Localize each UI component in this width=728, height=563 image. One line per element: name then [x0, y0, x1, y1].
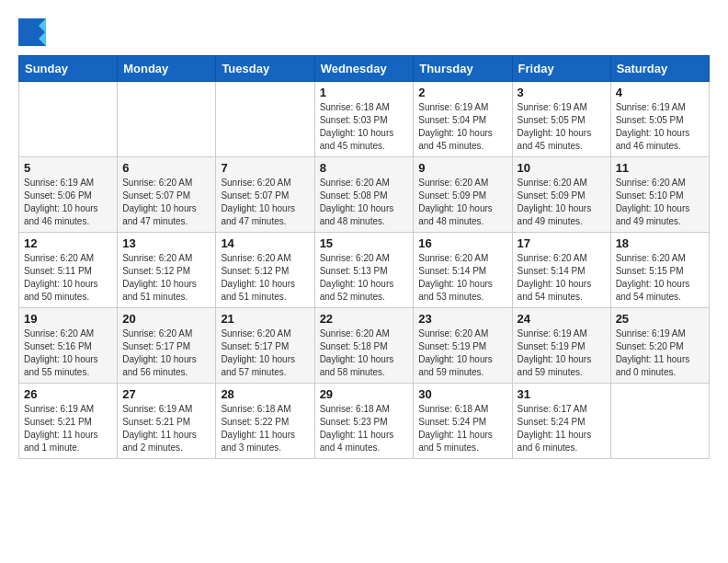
calendar-cell: 28Sunrise: 6:18 AM Sunset: 5:22 PM Dayli…	[216, 384, 314, 459]
day-number: 21	[221, 312, 309, 326]
day-info: Sunrise: 6:20 AM Sunset: 5:19 PM Dayligh…	[418, 327, 506, 379]
day-info: Sunrise: 6:17 AM Sunset: 5:24 PM Dayligh…	[518, 403, 606, 454]
calendar-cell	[19, 82, 118, 157]
calendar-cell: 24Sunrise: 6:19 AM Sunset: 5:19 PM Dayli…	[512, 308, 610, 384]
calendar-cell: 23Sunrise: 6:20 AM Sunset: 5:19 PM Dayli…	[414, 308, 512, 384]
calendar-day-header: Sunday	[19, 56, 118, 82]
calendar-cell: 20Sunrise: 6:20 AM Sunset: 5:17 PM Dayli…	[118, 308, 216, 384]
calendar-cell: 22Sunrise: 6:20 AM Sunset: 5:18 PM Dayli…	[314, 308, 414, 384]
calendar-day-header: Tuesday	[216, 56, 314, 82]
day-info: Sunrise: 6:20 AM Sunset: 5:12 PM Dayligh…	[221, 252, 309, 304]
day-info: Sunrise: 6:19 AM Sunset: 5:21 PM Dayligh…	[122, 403, 210, 454]
day-number: 16	[418, 236, 506, 250]
day-info: Sunrise: 6:20 AM Sunset: 5:07 PM Dayligh…	[221, 177, 309, 228]
day-info: Sunrise: 6:20 AM Sunset: 5:09 PM Dayligh…	[418, 177, 506, 228]
calendar-cell: 26Sunrise: 6:19 AM Sunset: 5:21 PM Dayli…	[19, 384, 118, 459]
day-number: 10	[518, 161, 606, 175]
day-info: Sunrise: 6:20 AM Sunset: 5:18 PM Dayligh…	[320, 327, 409, 379]
calendar-cell: 12Sunrise: 6:20 AM Sunset: 5:11 PM Dayli…	[19, 233, 118, 308]
calendar-week-row: 1Sunrise: 6:18 AM Sunset: 5:03 PM Daylig…	[19, 82, 710, 157]
calendar-cell: 5Sunrise: 6:19 AM Sunset: 5:06 PM Daylig…	[19, 157, 118, 233]
day-number: 23	[418, 312, 506, 326]
day-info: Sunrise: 6:18 AM Sunset: 5:24 PM Dayligh…	[418, 403, 506, 454]
day-number: 4	[616, 86, 704, 99]
day-number: 22	[320, 312, 409, 326]
calendar-week-row: 12Sunrise: 6:20 AM Sunset: 5:11 PM Dayli…	[19, 233, 710, 308]
calendar-week-row: 19Sunrise: 6:20 AM Sunset: 5:16 PM Dayli…	[19, 308, 710, 384]
day-number: 31	[518, 387, 606, 401]
calendar-day-header: Friday	[512, 56, 610, 82]
calendar-cell: 11Sunrise: 6:20 AM Sunset: 5:10 PM Dayli…	[610, 157, 709, 233]
calendar-day-header: Wednesday	[314, 56, 414, 82]
day-info: Sunrise: 6:19 AM Sunset: 5:06 PM Dayligh…	[24, 177, 112, 228]
day-number: 24	[518, 312, 606, 326]
day-info: Sunrise: 6:19 AM Sunset: 5:21 PM Dayligh…	[24, 403, 112, 454]
calendar-cell: 14Sunrise: 6:20 AM Sunset: 5:12 PM Dayli…	[216, 233, 314, 308]
day-number: 1	[320, 86, 409, 99]
day-info: Sunrise: 6:20 AM Sunset: 5:12 PM Dayligh…	[122, 252, 210, 304]
calendar-day-header: Saturday	[610, 56, 709, 82]
calendar-cell: 19Sunrise: 6:20 AM Sunset: 5:16 PM Dayli…	[19, 308, 118, 384]
calendar-cell: 4Sunrise: 6:19 AM Sunset: 5:05 PM Daylig…	[610, 82, 709, 157]
calendar-cell: 18Sunrise: 6:20 AM Sunset: 5:15 PM Dayli…	[610, 233, 709, 308]
calendar-cell: 17Sunrise: 6:20 AM Sunset: 5:14 PM Dayli…	[512, 233, 610, 308]
day-info: Sunrise: 6:20 AM Sunset: 5:09 PM Dayligh…	[518, 177, 606, 228]
day-info: Sunrise: 6:20 AM Sunset: 5:17 PM Dayligh…	[122, 327, 210, 379]
day-number: 13	[122, 236, 210, 250]
day-number: 11	[616, 161, 704, 175]
calendar-body: 1Sunrise: 6:18 AM Sunset: 5:03 PM Daylig…	[19, 82, 710, 459]
calendar-cell: 30Sunrise: 6:18 AM Sunset: 5:24 PM Dayli…	[414, 384, 512, 459]
day-number: 19	[24, 312, 112, 326]
calendar-cell: 9Sunrise: 6:20 AM Sunset: 5:09 PM Daylig…	[414, 157, 512, 233]
day-info: Sunrise: 6:20 AM Sunset: 5:13 PM Dayligh…	[320, 252, 409, 304]
day-info: Sunrise: 6:19 AM Sunset: 5:20 PM Dayligh…	[616, 327, 704, 379]
calendar-header-row: SundayMondayTuesdayWednesdayThursdayFrid…	[19, 56, 710, 82]
day-number: 7	[221, 161, 309, 175]
calendar-cell: 1Sunrise: 6:18 AM Sunset: 5:03 PM Daylig…	[314, 82, 414, 157]
logo	[18, 18, 50, 46]
logo-icon	[18, 18, 46, 46]
day-info: Sunrise: 6:20 AM Sunset: 5:16 PM Dayligh…	[24, 327, 112, 379]
calendar-day-header: Monday	[118, 56, 216, 82]
day-number: 5	[24, 161, 112, 175]
day-number: 20	[122, 312, 210, 326]
day-info: Sunrise: 6:20 AM Sunset: 5:07 PM Dayligh…	[122, 177, 210, 228]
day-number: 25	[616, 312, 704, 326]
day-info: Sunrise: 6:20 AM Sunset: 5:11 PM Dayligh…	[24, 252, 112, 304]
day-number: 2	[418, 86, 506, 99]
day-info: Sunrise: 6:19 AM Sunset: 5:05 PM Dayligh…	[518, 101, 606, 153]
calendar-cell	[216, 82, 314, 157]
day-info: Sunrise: 6:18 AM Sunset: 5:22 PM Dayligh…	[221, 403, 309, 454]
day-number: 30	[418, 387, 506, 401]
day-info: Sunrise: 6:20 AM Sunset: 5:14 PM Dayligh…	[418, 252, 506, 304]
day-info: Sunrise: 6:20 AM Sunset: 5:14 PM Dayligh…	[518, 252, 606, 304]
calendar-week-row: 26Sunrise: 6:19 AM Sunset: 5:21 PM Dayli…	[19, 384, 710, 459]
day-number: 29	[320, 387, 409, 401]
calendar: SundayMondayTuesdayWednesdayThursdayFrid…	[18, 55, 710, 459]
calendar-cell: 29Sunrise: 6:18 AM Sunset: 5:23 PM Dayli…	[314, 384, 414, 459]
day-number: 17	[518, 236, 606, 250]
calendar-cell: 15Sunrise: 6:20 AM Sunset: 5:13 PM Dayli…	[314, 233, 414, 308]
day-number: 3	[518, 86, 606, 99]
day-info: Sunrise: 6:19 AM Sunset: 5:04 PM Dayligh…	[418, 101, 506, 153]
day-info: Sunrise: 6:20 AM Sunset: 5:08 PM Dayligh…	[320, 177, 409, 228]
day-number: 18	[616, 236, 704, 250]
day-number: 12	[24, 236, 112, 250]
calendar-cell: 13Sunrise: 6:20 AM Sunset: 5:12 PM Dayli…	[118, 233, 216, 308]
day-number: 27	[122, 387, 210, 401]
calendar-cell: 6Sunrise: 6:20 AM Sunset: 5:07 PM Daylig…	[118, 157, 216, 233]
day-info: Sunrise: 6:19 AM Sunset: 5:05 PM Dayligh…	[616, 101, 704, 153]
day-number: 9	[418, 161, 506, 175]
calendar-cell: 31Sunrise: 6:17 AM Sunset: 5:24 PM Dayli…	[512, 384, 610, 459]
page-header	[18, 18, 710, 46]
calendar-cell: 2Sunrise: 6:19 AM Sunset: 5:04 PM Daylig…	[414, 82, 512, 157]
day-info: Sunrise: 6:20 AM Sunset: 5:10 PM Dayligh…	[616, 177, 704, 228]
day-info: Sunrise: 6:18 AM Sunset: 5:03 PM Dayligh…	[320, 101, 409, 153]
calendar-cell	[610, 384, 709, 459]
calendar-week-row: 5Sunrise: 6:19 AM Sunset: 5:06 PM Daylig…	[19, 157, 710, 233]
calendar-cell: 27Sunrise: 6:19 AM Sunset: 5:21 PM Dayli…	[118, 384, 216, 459]
day-info: Sunrise: 6:19 AM Sunset: 5:19 PM Dayligh…	[518, 327, 606, 379]
day-info: Sunrise: 6:20 AM Sunset: 5:15 PM Dayligh…	[616, 252, 704, 304]
calendar-cell: 21Sunrise: 6:20 AM Sunset: 5:17 PM Dayli…	[216, 308, 314, 384]
calendar-cell: 25Sunrise: 6:19 AM Sunset: 5:20 PM Dayli…	[610, 308, 709, 384]
